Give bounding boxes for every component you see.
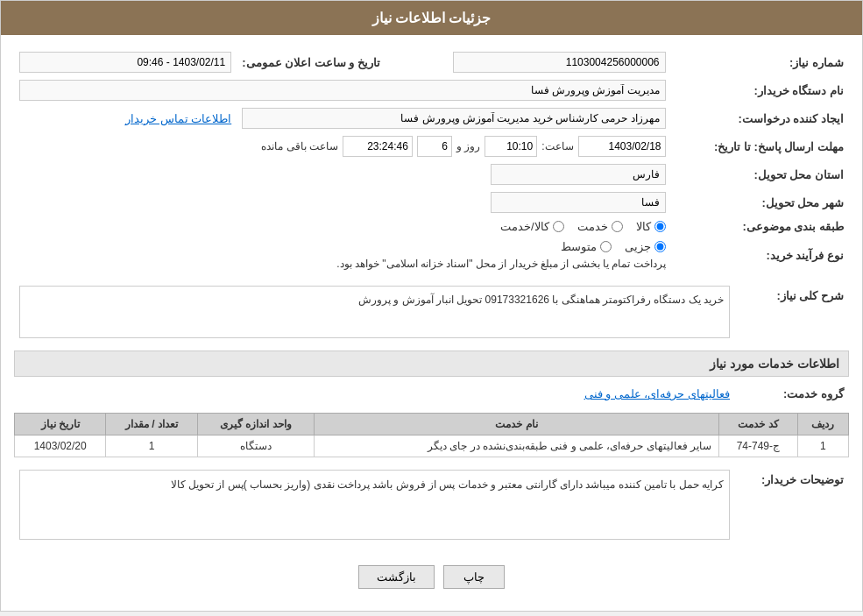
announce-date-cell (14, 48, 237, 76)
service-group-row: گروه خدمت: فعالیتهای حرفه‌ای، علمی و فنی (14, 384, 849, 404)
need-desc-table: شرح کلی نیاز: خرید یک دستگاه رفراکتومتر … (14, 282, 849, 342)
button-bar: چاپ بازگشت (14, 552, 849, 598)
row-city: شهر محل تحویل: (14, 188, 849, 216)
creator-label: ایجاد کننده درخواست: (671, 104, 849, 132)
creator-cell (237, 104, 670, 132)
table-row: 1 ج-749-74 سایر فعالیتهای حرفه‌ای، علمی … (15, 435, 849, 457)
purchase-type-cell: جزیی متوسط پرداخت تمام یا بخشی از مبلغ خ… (14, 237, 671, 273)
purchase-type-area: جزیی متوسط پرداخت تمام یا بخشی از مبلغ خ… (19, 240, 666, 270)
service-group-label: گروه خدمت: (735, 384, 849, 404)
category-both-label: کالا/خدمت (500, 220, 549, 233)
deadline-remaining-input (343, 136, 413, 157)
province-label: استان محل تحویل: (671, 160, 849, 188)
page-header: جزئیات اطلاعات نیاز (1, 1, 862, 35)
creator-input (242, 108, 665, 129)
cell-name: سایر فعالیتهای حرفه‌ای، علمی و فنی طبقه‌… (315, 435, 719, 457)
services-table-body: 1 ج-749-74 سایر فعالیتهای حرفه‌ای، علمی … (15, 435, 849, 457)
need-desc-cell: خرید یک دستگاه رفراکتومتر هماهنگی با 091… (14, 282, 735, 342)
cell-date: 1403/02/20 (15, 435, 106, 457)
purchase-type-note: پرداخت تمام یا بخشی از مبلغ خریدار از مح… (19, 258, 666, 270)
row-creator: ایجاد کننده درخواست: اطلاعات تماس خریدار (14, 104, 849, 132)
purchase-type-jozi[interactable]: جزیی (625, 240, 666, 253)
col-name: نام خدمت (315, 414, 719, 435)
page-title: جزئیات اطلاعات نیاز (372, 11, 492, 25)
main-info-table: شماره نیاز: تاریخ و ساعت اعلان عمومی: نا… (14, 48, 849, 273)
deadline-label: مهلت ارسال پاسخ: تا تاریخ: (671, 132, 849, 160)
services-section-title: اطلاعات خدمات مورد نیاز (14, 350, 849, 377)
category-cell: کالا خدمت کالا/خدمت (14, 216, 671, 237)
services-table: ردیف کد خدمت نام خدمت واحد اندازه گیری ت… (14, 413, 849, 457)
deadline-time-input (485, 136, 537, 157)
buyer-org-label: نام دستگاه خریدار: (671, 76, 849, 104)
col-row: ردیف (797, 414, 848, 435)
need-desc-row: شرح کلی نیاز: خرید یک دستگاه رفراکتومتر … (14, 282, 849, 342)
col-code: کد خدمت (718, 414, 797, 435)
creator-link-cell: اطلاعات تماس خریدار (14, 104, 237, 132)
service-group-table: گروه خدمت: فعالیتهای حرفه‌ای، علمی و فنی (14, 384, 849, 404)
deadline-days-label: روز و (456, 140, 480, 152)
need-number-label: شماره نیاز: (671, 48, 849, 76)
category-radio-kala[interactable]: کالا (636, 220, 666, 233)
announce-date-label: تاریخ و ساعت اعلان عمومی: (237, 48, 426, 76)
purchase-type-label: نوع فرآیند خرید: (671, 237, 849, 273)
category-radio-kala-khedmat[interactable]: کالا/خدمت (500, 220, 564, 233)
row-buyer-org: نام دستگاه خریدار: (14, 76, 849, 104)
deadline-time-label: ساعت: (541, 140, 573, 152)
category-radio-kala-input[interactable] (654, 221, 666, 232)
buyer-desc-label: توضیحات خریدار: (735, 466, 849, 543)
cell-qty: 1 (106, 435, 197, 457)
print-button[interactable]: چاپ (443, 565, 505, 589)
deadline-fields: ساعت: روز و ساعت باقی مانده (19, 136, 666, 157)
cell-row: 1 (797, 435, 848, 457)
province-input (491, 164, 666, 185)
category-radio-khedmat-input[interactable] (612, 221, 623, 232)
purchase-type-motavas[interactable]: متوسط (561, 240, 612, 253)
creator-contact-link[interactable]: اطلاعات تماس خریدار (125, 112, 231, 125)
col-qty: تعداد / مقدار (106, 414, 197, 435)
category-label: طبقه بندی موضوعی: (671, 216, 849, 237)
need-number-input (453, 52, 665, 73)
back-button[interactable]: بازگشت (358, 565, 435, 589)
service-group-link[interactable]: فعالیتهای حرفه‌ای، علمی و فنی (584, 387, 730, 400)
row-province: استان محل تحویل: (14, 160, 849, 188)
col-date: تاریخ نیاز (15, 414, 106, 435)
buyer-desc-text: کرایه حمل با تامین کننده میباشد دارای گا… (171, 478, 724, 491)
row-purchase-type: نوع فرآیند خرید: جزیی متوسط (14, 237, 849, 273)
buyer-org-input (19, 80, 666, 101)
category-radio-both-input[interactable] (553, 221, 564, 232)
category-radio-group: کالا خدمت کالا/خدمت (19, 220, 666, 233)
province-cell (14, 160, 671, 188)
city-input (491, 192, 666, 213)
purchase-type-jozi-label: جزیی (625, 240, 651, 253)
purchase-type-motavas-label: متوسط (561, 240, 597, 253)
category-radio-khedmat[interactable]: خدمت (577, 220, 623, 233)
need-desc-label: شرح کلی نیاز: (735, 282, 849, 342)
deadline-cell: ساعت: روز و ساعت باقی مانده (14, 132, 671, 160)
need-number-cell (448, 48, 670, 76)
category-kala-label: کالا (636, 220, 651, 233)
buyer-desc-row: توضیحات خریدار: کرایه حمل با تامین کننده… (14, 466, 849, 543)
page-wrapper: جزئیات اطلاعات نیاز شماره نیاز: تاریخ و … (0, 0, 863, 612)
row-need-number: شماره نیاز: تاریخ و ساعت اعلان عمومی: (14, 48, 849, 76)
buyer-desc-cell: کرایه حمل با تامین کننده میباشد دارای گا… (14, 466, 735, 543)
services-table-head: ردیف کد خدمت نام خدمت واحد اندازه گیری ت… (15, 414, 849, 435)
cell-code: ج-749-74 (718, 435, 797, 457)
city-cell (14, 188, 671, 216)
buyer-org-cell (14, 76, 671, 104)
purchase-type-jozi-input[interactable] (654, 241, 666, 252)
buyer-desc-box: کرایه حمل با تامین کننده میباشد دارای گا… (19, 470, 730, 540)
need-desc-text: خرید یک دستگاه رفراکتومتر هماهنگی با 091… (358, 294, 724, 306)
purchase-type-motavas-input[interactable] (600, 241, 612, 252)
services-header-row: ردیف کد خدمت نام خدمت واحد اندازه گیری ت… (15, 414, 849, 435)
city-label: شهر محل تحویل: (671, 188, 849, 216)
deadline-date-input (578, 136, 666, 157)
row-category: طبقه بندی موضوعی: کالا خدمت (14, 216, 849, 237)
content-area: شماره نیاز: تاریخ و ساعت اعلان عمومی: نا… (1, 35, 862, 611)
row-deadline: مهلت ارسال پاسخ: تا تاریخ: ساعت: روز و س… (14, 132, 849, 160)
deadline-days-input (417, 136, 452, 157)
buyer-desc-table: توضیحات خریدار: کرایه حمل با تامین کننده… (14, 466, 849, 543)
service-group-cell: فعالیتهای حرفه‌ای، علمی و فنی (14, 384, 735, 404)
category-khedmat-label: خدمت (577, 220, 608, 233)
need-desc-box: خرید یک دستگاه رفراکتومتر هماهنگی با 091… (19, 286, 730, 338)
announce-date-input (19, 52, 231, 73)
